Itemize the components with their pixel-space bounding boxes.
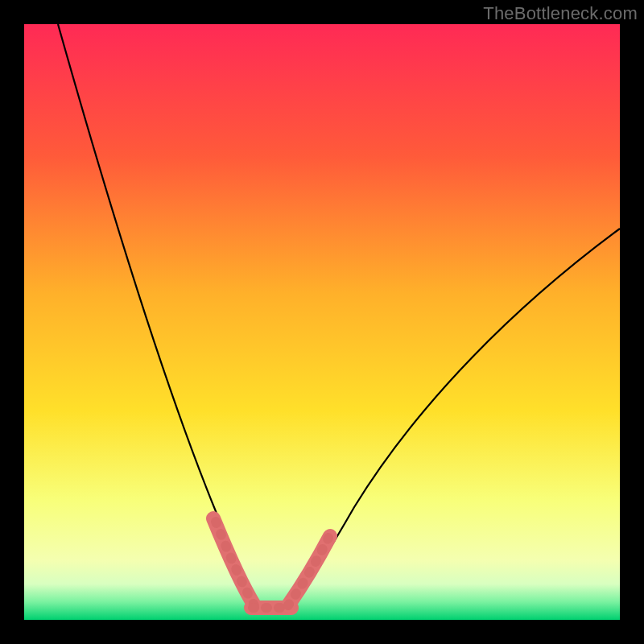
chart-frame: TheBottleneck.com (0, 0, 644, 644)
plot-background (24, 24, 620, 620)
watermark-label: TheBottleneck.com (483, 3, 638, 24)
bottleneck-chart (0, 0, 644, 644)
